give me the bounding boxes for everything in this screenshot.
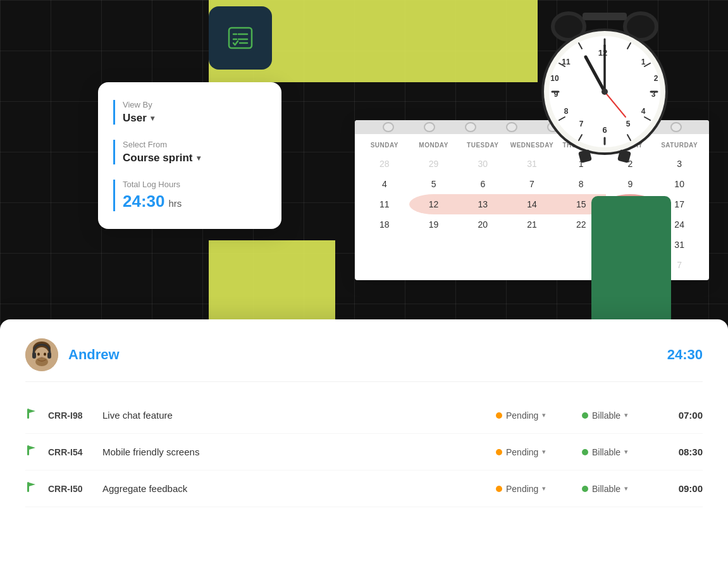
billable-chevron: ▾: [624, 484, 628, 493]
billable-chevron: ▾: [624, 448, 628, 456]
cal-day-cell[interactable]: 19: [409, 214, 459, 235]
cal-day-cell[interactable]: 4: [360, 174, 409, 194]
task-list-icon: [225, 23, 256, 53]
cal-day-cell[interactable]: 5: [409, 174, 459, 194]
task-status-dropdown[interactable]: Pending ▾: [496, 410, 572, 421]
cal-day-cell: [409, 255, 459, 275]
app-icon-box: [209, 6, 272, 70]
svg-point-50: [35, 357, 48, 366]
task-status-dropdown[interactable]: Pending ▾: [496, 484, 572, 494]
task-id: CRR-I50: [48, 484, 92, 494]
svg-rect-54: [27, 445, 29, 455]
filter-card: View By User ▾ Select From Course sprint…: [98, 82, 281, 229]
billable-dot: [582, 486, 588, 492]
svg-point-48: [44, 353, 46, 356]
select-from-chevron: ▾: [197, 154, 201, 163]
tasks-container: CRR-I98 Live chat feature Pending ▾ Bill…: [25, 397, 703, 507]
user-total-hours: 24:30: [667, 347, 703, 363]
billable-chevron: ▾: [624, 411, 628, 419]
cal-day-cell[interactable]: 29: [409, 154, 459, 174]
hours-unit: hrs: [169, 198, 182, 209]
cal-day-cell[interactable]: 21: [507, 214, 557, 235]
svg-text:12: 12: [598, 48, 607, 58]
task-row: CRR-I50 Aggregate feedback Pending ▾ Bil…: [25, 471, 703, 507]
cal-day-cell: [458, 255, 507, 275]
cal-day-cell[interactable]: 13: [458, 194, 507, 214]
user-row: Andrew 24:30: [25, 338, 703, 382]
user-name: Andrew: [68, 347, 667, 363]
task-billable-dropdown[interactable]: Billable ▾: [582, 410, 658, 421]
cal-header-cell: SUNDAY: [360, 139, 409, 151]
hours-value-row: 24:30 hrs: [123, 192, 264, 211]
task-status-dropdown[interactable]: Pending ▾: [496, 447, 572, 457]
cal-day-cell: [507, 255, 557, 275]
svg-rect-0: [229, 28, 252, 48]
spiral-4: [506, 122, 517, 132]
svg-text:4: 4: [641, 107, 646, 116]
view-by-value: User: [123, 112, 147, 125]
cal-day-cell[interactable]: 30: [458, 154, 507, 174]
view-by-dropdown[interactable]: User ▾: [123, 112, 154, 125]
task-row: CRR-I54 Mobile friendly screens Pending …: [25, 434, 703, 471]
task-name: Mobile friendly screens: [102, 446, 486, 457]
svg-text:1: 1: [641, 58, 646, 66]
task-flag-icon: [25, 444, 38, 460]
cal-header-cell: TUESDAY: [458, 139, 507, 151]
task-hours: 08:30: [668, 446, 703, 457]
svg-rect-51: [32, 352, 36, 359]
cal-day-cell[interactable]: 12: [409, 194, 459, 214]
svg-rect-10: [583, 13, 627, 20]
svg-text:11: 11: [562, 58, 571, 66]
total-hours-section: Total Log Hours 24:30 hrs: [113, 180, 264, 211]
cal-day-cell[interactable]: 28: [360, 154, 409, 174]
task-flag-icon: [25, 407, 38, 423]
status-chevron: ▾: [542, 411, 546, 419]
cal-day-cell[interactable]: 20: [458, 214, 507, 235]
svg-point-41: [602, 89, 608, 95]
task-hours: 07:00: [668, 410, 703, 421]
svg-text:6: 6: [602, 125, 607, 135]
spiral-1: [383, 122, 394, 132]
svg-text:2: 2: [654, 74, 658, 83]
billable-label: Billable: [592, 410, 620, 421]
pending-dot: [496, 449, 502, 455]
svg-point-47: [37, 353, 40, 356]
cal-day-cell[interactable]: 6: [458, 174, 507, 194]
pending-dot: [496, 486, 502, 492]
billable-label: Billable: [592, 484, 620, 494]
select-from-dropdown[interactable]: Course sprint ▾: [123, 152, 201, 164]
task-flag-icon: [25, 481, 38, 496]
cal-day-cell: [360, 255, 409, 275]
status-chevron: ▾: [542, 448, 546, 456]
task-row: CRR-I98 Live chat feature Pending ▾ Bill…: [25, 397, 703, 434]
bottom-panel: Andrew 24:30 CRR-I98 Live chat feature P…: [0, 319, 728, 585]
cal-day-cell[interactable]: 14: [507, 194, 557, 214]
status-label: Pending: [506, 410, 538, 421]
select-from-value: Course sprint: [123, 152, 193, 164]
cal-day-cell[interactable]: 11: [360, 194, 409, 214]
cal-day-cell: [507, 235, 557, 255]
task-billable-dropdown[interactable]: Billable ▾: [582, 484, 658, 494]
status-label: Pending: [506, 447, 538, 457]
cal-day-cell[interactable]: 18: [360, 214, 409, 235]
cal-day-cell: [458, 235, 507, 255]
task-billable-dropdown[interactable]: Billable ▾: [582, 447, 658, 457]
svg-text:7: 7: [579, 120, 584, 128]
clock-svg: 12 1 2 3 4 5 6 7 8 9 10 11: [532, 0, 677, 164]
billable-label: Billable: [592, 447, 620, 457]
svg-text:10: 10: [550, 74, 559, 83]
spiral-2: [424, 122, 435, 132]
status-label: Pending: [506, 484, 538, 494]
billable-dot: [582, 449, 588, 455]
hours-number: 24:30: [123, 192, 165, 211]
clock-illustration: 12 1 2 3 4 5 6 7 8 9 10 11: [532, 0, 677, 190]
view-by-label: View By: [123, 100, 154, 109]
svg-text:9: 9: [554, 90, 558, 99]
task-id: CRR-I98: [48, 410, 92, 421]
svg-rect-53: [27, 409, 29, 419]
svg-text:8: 8: [564, 107, 569, 116]
select-from-section: Select From Course sprint ▾: [113, 140, 264, 164]
svg-text:5: 5: [626, 120, 631, 128]
view-by-chevron: ▾: [151, 114, 154, 123]
status-chevron: ▾: [542, 484, 546, 493]
